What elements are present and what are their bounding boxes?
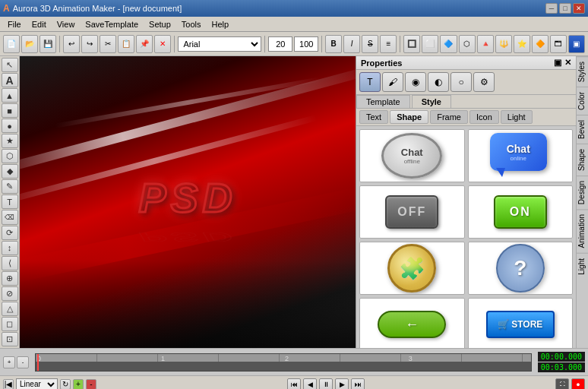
- tl-zoom-out[interactable]: -: [17, 356, 29, 368]
- menu-setup[interactable]: Setup: [144, 19, 175, 30]
- float-button[interactable]: ▣: [554, 58, 561, 68]
- tool-diamond[interactable]: ◆: [2, 164, 18, 179]
- subtab-icon[interactable]: Icon: [469, 110, 499, 124]
- tb-delete[interactable]: ✕: [154, 35, 171, 53]
- tool-rect[interactable]: ◻: [2, 317, 18, 331]
- tool-erase[interactable]: ⌫: [2, 210, 18, 224]
- tool-type[interactable]: T: [2, 194, 18, 209]
- icon-chat-offline[interactable]: Chat offline: [359, 129, 465, 182]
- menu-file[interactable]: File: [3, 19, 26, 30]
- tb-paste[interactable]: 📌: [136, 35, 153, 53]
- tl-zoom-in[interactable]: +: [3, 356, 15, 368]
- timeline-track[interactable]: 0 1 2 3: [35, 353, 532, 372]
- tb-copy[interactable]: 📋: [118, 35, 134, 53]
- icon-on[interactable]: ON: [468, 185, 574, 239]
- svt-styles[interactable]: Styles: [577, 56, 588, 87]
- tb-strikethrough[interactable]: S: [362, 35, 378, 53]
- tool-add[interactable]: ⊕: [2, 271, 18, 286]
- tab-style[interactable]: Style: [412, 95, 451, 108]
- tb-obj3[interactable]: 🔷: [440, 35, 457, 53]
- tool-arrow[interactable]: ⟨: [2, 256, 18, 270]
- svt-color[interactable]: Color: [577, 87, 588, 115]
- pb-play[interactable]: ▶: [335, 378, 349, 390]
- svt-design[interactable]: Design: [577, 176, 588, 209]
- tb-align[interactable]: ≡: [380, 35, 397, 53]
- svt-shape[interactable]: Shape: [577, 144, 588, 176]
- tm-half[interactable]: ◐: [428, 72, 449, 92]
- tool-star[interactable]: ★: [2, 134, 18, 148]
- menu-tools[interactable]: Tools: [177, 19, 206, 30]
- tb-obj2[interactable]: ⬜: [422, 35, 438, 53]
- menu-savetemplate[interactable]: SaveTemplate: [81, 19, 143, 30]
- pb-record[interactable]: ●: [571, 378, 585, 390]
- menu-help[interactable]: Help: [207, 19, 234, 30]
- tb-obj4[interactable]: ⬡: [459, 35, 476, 53]
- tool-scale[interactable]: ↕: [2, 241, 18, 255]
- tb-redo[interactable]: ↪: [81, 35, 98, 53]
- tb-view1[interactable]: 🗔: [550, 35, 567, 53]
- font-size2[interactable]: [294, 36, 318, 52]
- tb-bold[interactable]: B: [325, 35, 342, 53]
- minimize-button[interactable]: ─: [545, 3, 558, 14]
- icon-puzzle[interactable]: 🧩: [359, 242, 465, 295]
- tb-view2[interactable]: ▣: [568, 35, 585, 53]
- pb-rewind[interactable]: ◀: [303, 378, 317, 390]
- pb-pause[interactable]: ⏸: [319, 378, 333, 390]
- tb-obj1[interactable]: 🔲: [403, 35, 420, 53]
- font-selector[interactable]: Arial: [178, 36, 261, 52]
- tm-brush[interactable]: 🖌: [382, 72, 403, 92]
- subtab-shape[interactable]: Shape: [390, 110, 428, 124]
- pb-prev[interactable]: ⏮: [287, 378, 301, 390]
- tb-obj7[interactable]: ⭐: [514, 35, 530, 53]
- svt-animation[interactable]: Animation: [577, 209, 588, 252]
- icon-question[interactable]: ?: [468, 242, 574, 295]
- close-button[interactable]: ✕: [573, 3, 585, 14]
- tb-undo[interactable]: ↩: [63, 35, 80, 53]
- tb-save[interactable]: 💾: [40, 35, 56, 53]
- subtab-text[interactable]: Text: [359, 110, 388, 124]
- icon-chat-online[interactable]: Chat online: [468, 129, 574, 182]
- tool-grid[interactable]: ⊡: [2, 332, 18, 346]
- tb-cut[interactable]: ✂: [100, 35, 116, 53]
- tool-text[interactable]: A: [2, 73, 18, 87]
- tm-circle[interactable]: ○: [450, 72, 472, 92]
- close-props-button[interactable]: ✕: [564, 58, 571, 68]
- tool-rotate[interactable]: ⟳: [2, 226, 18, 240]
- tool-circle[interactable]: ●: [2, 119, 18, 133]
- pb-loop[interactable]: ↻: [60, 379, 71, 390]
- tool-triangle[interactable]: ▲: [2, 88, 18, 103]
- pb-remove-keyframe[interactable]: -: [86, 379, 96, 390]
- icon-off[interactable]: OFF: [359, 185, 465, 239]
- tool-square[interactable]: ■: [2, 103, 18, 118]
- font-size1[interactable]: [268, 36, 292, 52]
- tb-new[interactable]: 📄: [3, 35, 20, 53]
- tm-round[interactable]: ◉: [405, 72, 426, 92]
- pb-add-keyframe[interactable]: +: [73, 379, 84, 390]
- subtab-light[interactable]: Light: [501, 110, 533, 124]
- icon-arrow[interactable]: ←: [359, 298, 465, 348]
- interpolation-select[interactable]: Linear: [16, 378, 58, 390]
- tool-tri2[interactable]: △: [2, 302, 18, 316]
- tool-remove[interactable]: ⊘: [2, 286, 18, 301]
- pb-prev-keyframe[interactable]: |◀: [3, 379, 14, 390]
- tb-italic[interactable]: I: [343, 35, 360, 53]
- tm-text[interactable]: T: [359, 72, 381, 92]
- tm-gear[interactable]: ⚙: [473, 72, 495, 92]
- tool-pen[interactable]: ✎: [2, 179, 18, 194]
- icon-store[interactable]: 🛒 STORE: [468, 298, 574, 348]
- svt-light[interactable]: Light: [577, 253, 588, 280]
- menu-edit[interactable]: Edit: [27, 19, 51, 30]
- tb-obj8[interactable]: 🔶: [532, 35, 548, 53]
- pb-fullscreen[interactable]: ⛶: [555, 378, 569, 390]
- tb-obj6[interactable]: 🔱: [495, 35, 512, 53]
- tb-obj5[interactable]: 🔺: [477, 35, 494, 53]
- canvas-area[interactable]: PSD PSD: [20, 56, 356, 348]
- pb-forward[interactable]: ⏭: [351, 378, 365, 390]
- tb-open[interactable]: 📂: [21, 35, 38, 53]
- tab-template[interactable]: Template: [356, 95, 410, 108]
- menu-view[interactable]: View: [52, 19, 80, 30]
- maximize-button[interactable]: □: [559, 3, 571, 14]
- subtab-frame[interactable]: Frame: [430, 110, 468, 124]
- tool-select[interactable]: ↖: [2, 58, 18, 72]
- tool-hex[interactable]: ⬡: [2, 149, 18, 163]
